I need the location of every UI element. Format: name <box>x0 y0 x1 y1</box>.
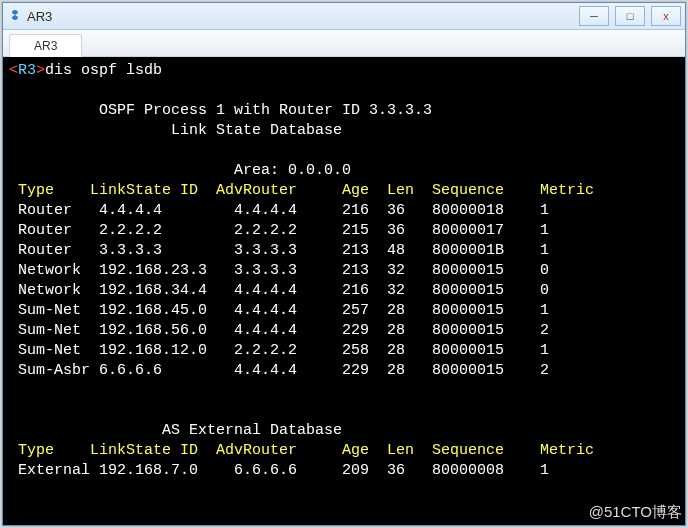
watermark: @51CTO博客 <box>589 503 682 522</box>
app-icon <box>7 8 23 24</box>
app-window: AR3 ─ □ x AR3 <R3>dis ospf lsdb OSPF Pro… <box>2 2 686 526</box>
titlebar: AR3 ─ □ x <box>3 3 685 30</box>
window-title: AR3 <box>27 9 573 24</box>
tab-ar3[interactable]: AR3 <box>9 34 82 57</box>
maximize-button[interactable]: □ <box>615 6 645 26</box>
minimize-button[interactable]: ─ <box>579 6 609 26</box>
terminal[interactable]: <R3>dis ospf lsdb OSPF Process 1 with Ro… <box>3 57 685 525</box>
tabstrip: AR3 <box>3 30 685 57</box>
close-button[interactable]: x <box>651 6 681 26</box>
